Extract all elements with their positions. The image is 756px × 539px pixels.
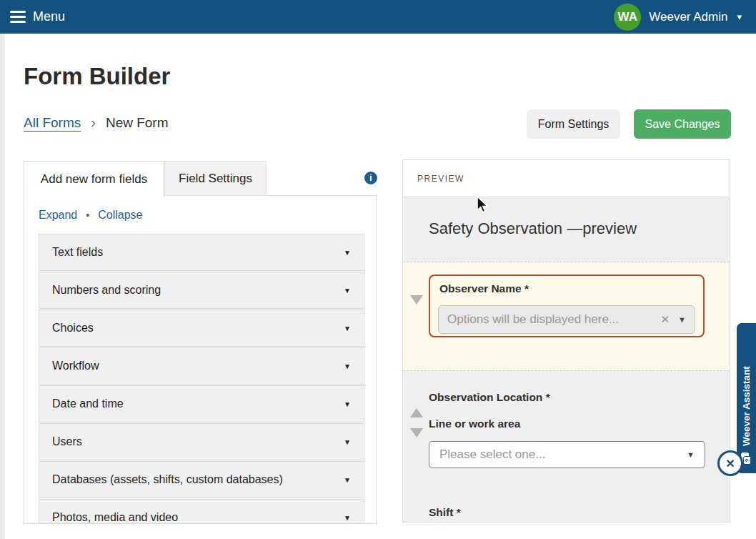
move-down-handle-icon[interactable] — [410, 428, 423, 437]
accordion-category-label: Databases (assets, shifts, custom databa… — [52, 473, 283, 486]
caret-down-icon: ▼ — [344, 325, 351, 332]
caret-down-icon: ▼ — [344, 514, 351, 522]
tab-add-new-form-fields[interactable]: Add new form fields — [24, 161, 164, 197]
caret-down-icon: ▼ — [678, 315, 686, 324]
assistant-label: Weever Assistant — [741, 366, 752, 446]
chevron-right-icon: › — [91, 114, 96, 131]
observer-name-selected-outline[interactable]: Observer Name * Options will be displaye… — [429, 275, 705, 337]
accordion-category[interactable]: Workflow▼ — [39, 347, 364, 385]
observer-name-label: Observer Name * — [439, 282, 529, 295]
drag-handle-down-icon[interactable] — [410, 295, 423, 305]
accordion-category[interactable]: Photos, media and video▼ — [39, 499, 364, 524]
caret-down-icon: ▼ — [344, 287, 351, 295]
expand-collapse-controls: Expand • Collapse — [39, 209, 142, 222]
caret-down-icon: ▼ — [344, 438, 351, 446]
breadcrumb-all-forms-link[interactable]: All Forms — [24, 115, 81, 131]
observation-location-sublabel: Line or work area — [429, 417, 520, 430]
accordion-category[interactable]: Choices▼ — [39, 310, 364, 347]
observation-location-select[interactable]: Please select one... ▼ — [429, 441, 705, 468]
caret-down-icon: ▼ — [687, 450, 695, 459]
accordion-category[interactable]: Numbers and scoring▼ — [39, 272, 364, 309]
collapse-link[interactable]: Collapse — [98, 209, 142, 222]
observer-name-placeholder: Options will be displayed here... — [447, 312, 661, 327]
preview-header: PREVIEW — [403, 160, 730, 197]
tab-field-settings[interactable]: Field Settings — [164, 161, 267, 196]
accordion-category-label: Users — [52, 435, 82, 448]
expand-link[interactable]: Expand — [39, 209, 77, 222]
caret-down-icon: ▼ — [344, 362, 351, 370]
accordion-category[interactable]: Databases (assets, shifts, custom databa… — [39, 461, 364, 498]
page-left-gutter — [0, 34, 5, 539]
observer-name-select[interactable]: Options will be displayed here... ✕ ▼ — [438, 305, 695, 334]
move-up-handle-icon[interactable] — [410, 408, 423, 417]
field-categories-panel: Expand • Collapse Text fields▼Numbers an… — [24, 195, 377, 524]
preview-form-title: Safety Observation —preview — [429, 219, 637, 238]
caret-down-icon: ▼ — [344, 400, 351, 408]
info-icon[interactable]: i — [364, 172, 377, 184]
form-settings-button[interactable]: Form Settings — [527, 109, 620, 139]
accordion-category-label: Workflow — [52, 360, 99, 372]
user-menu[interactable]: WA Weever Admin ▾ — [614, 4, 746, 31]
menu-button[interactable]: Menu — [10, 9, 65, 24]
save-changes-button[interactable]: Save Changes — [634, 109, 731, 139]
caret-down-icon: ▼ — [344, 249, 351, 257]
caret-down-icon: ▼ — [344, 476, 351, 484]
caret-down-icon: ▾ — [737, 11, 742, 22]
clear-icon[interactable]: ✕ — [661, 313, 670, 326]
avatar: WA — [614, 4, 641, 31]
observer-name-field-block[interactable]: Observer Name * Options will be displaye… — [403, 262, 730, 371]
breadcrumb: All Forms › New Form — [24, 114, 169, 131]
accordion-category[interactable]: Date and time▼ — [39, 385, 364, 422]
form-builder-page: Menu WA Weever Admin ▾ Form Builder All … — [0, 0, 756, 539]
accordion-category[interactable]: Users▼ — [39, 423, 364, 460]
user-name: Weever Admin — [649, 10, 727, 24]
breadcrumb-current: New Form — [106, 115, 169, 131]
preview-content: Safety Observation —preview Observer Nam… — [403, 197, 730, 522]
weever-assistant-tab[interactable]: ? Weever Assistant — [737, 323, 756, 473]
accordion-category-label: Text fields — [52, 246, 103, 259]
bullet-separator: • — [86, 209, 89, 221]
top-navbar: Menu WA Weever Admin ▾ — [0, 0, 756, 34]
accordion-category[interactable]: Text fields▼ — [39, 234, 364, 271]
field-category-accordion: Text fields▼Numbers and scoring▼Choices▼… — [39, 234, 364, 524]
accordion-category-label: Photos, media and video — [52, 511, 178, 524]
preview-panel: PREVIEW Safety Observation —preview Obse… — [402, 159, 730, 523]
page-title: Form Builder — [24, 63, 170, 90]
accordion-category-label: Date and time — [52, 397, 124, 410]
accordion-category-label: Numbers and scoring — [52, 284, 161, 297]
observation-location-label: Observation Location * — [429, 391, 550, 404]
menu-label: Menu — [33, 9, 65, 24]
observation-location-placeholder: Please select one... — [439, 447, 687, 462]
hamburger-icon — [10, 11, 26, 23]
assistant-close-button[interactable]: ✕ — [717, 450, 743, 476]
accordion-category-label: Choices — [52, 322, 94, 335]
shift-label: Shift * — [429, 506, 461, 519]
